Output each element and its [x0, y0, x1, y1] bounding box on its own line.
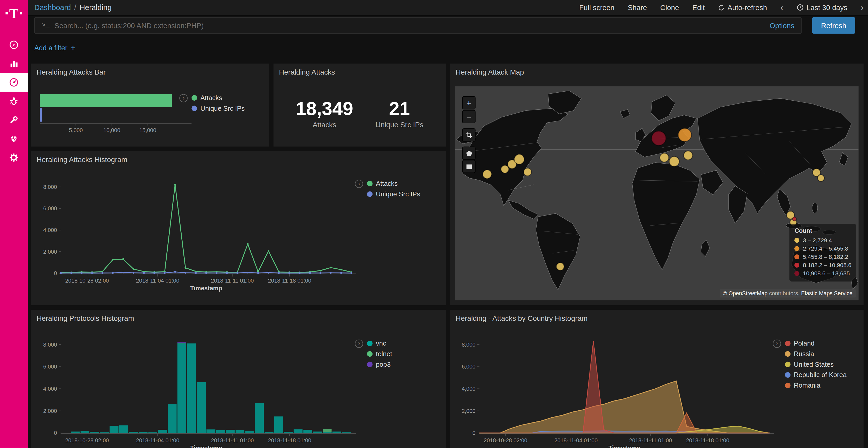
sidebar-item-visualize[interactable] — [0, 54, 28, 73]
edit-button[interactable]: Edit — [692, 3, 705, 12]
sidebar-item-timelion[interactable] — [0, 92, 28, 111]
legend-item[interactable]: Romania — [785, 382, 847, 389]
svg-text:2018-11-11 01:00: 2018-11-11 01:00 — [211, 438, 254, 444]
osm-attribution-link[interactable]: © OpenStreetMap — [723, 290, 768, 297]
metric-label: Attacks — [296, 121, 353, 129]
svg-text:2,000: 2,000 — [43, 408, 57, 414]
clone-button[interactable]: Clone — [660, 3, 679, 12]
map-legend-label: 8,182.2 – 10,908.6 — [803, 261, 851, 269]
svg-text:2018-11-04 01:00: 2018-11-04 01:00 — [136, 278, 180, 284]
legend-color-dot — [785, 361, 790, 367]
legend-color-dot — [785, 341, 790, 346]
svg-text:0: 0 — [54, 430, 57, 436]
topnav-actions: Full screen Share Clone Edit Auto-refres… — [579, 3, 868, 12]
sidebar-item-discover[interactable] — [0, 35, 28, 54]
zoom-out-button[interactable]: − — [462, 110, 475, 123]
fit-data-bounds-button[interactable] — [462, 128, 475, 141]
legend-item[interactable]: Unique Src IPs — [367, 190, 420, 198]
metric-row: 18,349 Attacks 21 Unique Src IPs — [274, 98, 445, 129]
svg-text:2018-11-18 01:00: 2018-11-18 01:00 — [686, 438, 730, 444]
time-back-chevron-icon[interactable]: ‹ — [780, 3, 783, 12]
svg-text:2018-10-28 02:00: 2018-10-28 02:00 — [65, 278, 109, 284]
world-map[interactable]: + − Count — [455, 86, 859, 300]
map-legend-item: 3 – 2,729.4 — [795, 236, 851, 244]
draw-rectangle-button[interactable] — [462, 160, 475, 173]
legend-item[interactable]: Poland — [785, 340, 847, 347]
legend-item[interactable]: Attacks — [367, 180, 420, 187]
legend-color-dot — [785, 372, 790, 378]
svg-text:Timestamp: Timestamp — [190, 285, 222, 291]
panel-heralding-attacks-bar: Heralding Attacks Bar 5,00010,00015,000 … — [31, 64, 269, 146]
rectangle-icon — [465, 163, 472, 170]
bug-icon — [9, 96, 19, 106]
top-navbar: Dashboard / Heralding Full screen Share … — [28, 0, 868, 15]
time-forward-chevron-icon[interactable]: › — [861, 3, 863, 12]
legend-item[interactable]: Attacks — [191, 94, 245, 102]
legend-item[interactable]: Republic of Korea — [785, 371, 847, 379]
legend-toggle-icon[interactable]: › — [355, 340, 363, 348]
map-legend-color-dot — [795, 263, 800, 268]
search-input[interactable] — [55, 22, 764, 30]
auto-refresh-button[interactable]: Auto-refresh — [718, 3, 767, 12]
legend-label: Unique Src IPs — [376, 190, 420, 198]
panel-heralding-attack-map: Heralding Attack Map — [450, 64, 864, 305]
legend-color-dot — [367, 361, 373, 367]
panel-heralding-protocols-histogram: Heralding Protocols Histogram 02,0004,00… — [31, 310, 445, 448]
sidebar-nav — [0, 35, 28, 167]
map-count-legend: Count 3 – 2,729.42,729.4 – 5,455.85,455.… — [790, 224, 857, 281]
time-range-label: Last 30 days — [807, 3, 847, 12]
filter-bar: Add a filter + — [34, 44, 75, 52]
time-range-picker[interactable]: Last 30 days — [797, 3, 847, 12]
main-area: Dashboard / Heralding Full screen Share … — [28, 0, 868, 448]
panel-heralding-attacks-histogram: Heralding Attacks Histogram 02,0004,0006… — [31, 151, 445, 305]
map-legend-label: 10,908.6 – 13,635 — [803, 269, 850, 278]
map-attribution: © OpenStreetMap contributors, Elastic Ma… — [719, 289, 856, 298]
chart-legend: ›PolandRussiaUnited StatesRepublic of Ko… — [773, 340, 846, 389]
sidebar-item-monitoring[interactable] — [0, 129, 28, 148]
sidebar-item-dev-tools[interactable] — [0, 111, 28, 130]
terminal-prompt-icon: >_ — [41, 22, 50, 29]
svg-text:6,000: 6,000 — [43, 364, 57, 370]
breadcrumb-current: Heralding — [80, 3, 112, 12]
svg-text:Timestamp: Timestamp — [190, 445, 222, 448]
svg-text:6,000: 6,000 — [43, 205, 57, 212]
legend-toggle-icon[interactable]: › — [179, 94, 188, 102]
legend-label: Russia — [794, 350, 814, 358]
legend-item[interactable]: United States — [785, 360, 847, 368]
zoom-in-button[interactable]: + — [462, 96, 475, 109]
legend-item[interactable]: vnc — [367, 340, 392, 347]
share-button[interactable]: Share — [628, 3, 647, 12]
metric-label: Unique Src IPs — [375, 121, 424, 129]
legend-label: Attacks — [200, 94, 222, 102]
plus-icon[interactable]: + — [71, 44, 75, 52]
query-options-link[interactable]: Options — [770, 22, 795, 30]
heartbeat-icon — [9, 134, 19, 144]
chart-legend: ›vnctelnetpop3 — [355, 340, 392, 368]
sidebar-item-management[interactable] — [0, 148, 28, 167]
svg-text:2018-11-04 01:00: 2018-11-04 01:00 — [136, 438, 180, 444]
legend-item[interactable]: Unique Src IPs — [191, 105, 245, 112]
breadcrumb-dashboard-link[interactable]: Dashboard — [34, 3, 71, 12]
sidebar-item-dashboard[interactable] — [0, 73, 28, 92]
t-mobile-logo[interactable]: T — [0, 0, 28, 27]
ems-attribution-link[interactable]: Elastic Maps Service — [801, 290, 852, 297]
map-legend-color-dot — [795, 238, 800, 243]
global-nav-sidebar: T — [0, 0, 28, 448]
svg-text:8,000: 8,000 — [43, 342, 57, 348]
legend-item[interactable]: pop3 — [367, 360, 392, 368]
full-screen-button[interactable]: Full screen — [579, 3, 614, 12]
legend-item[interactable]: telnet — [367, 350, 392, 358]
svg-text:4,000: 4,000 — [462, 386, 475, 392]
add-filter-link[interactable]: Add a filter — [34, 44, 67, 52]
refresh-icon — [718, 4, 724, 11]
breadcrumb: Dashboard / Heralding — [34, 3, 112, 12]
legend-toggle-icon[interactable]: › — [773, 340, 781, 348]
svg-text:Timestamp: Timestamp — [609, 445, 641, 448]
draw-polygon-button[interactable] — [462, 146, 475, 160]
legend-item[interactable]: Russia — [785, 350, 847, 358]
refresh-button[interactable]: Refresh — [812, 17, 855, 34]
legend-color-dot — [367, 191, 373, 197]
breadcrumb-separator: / — [74, 3, 76, 12]
legend-toggle-icon[interactable]: › — [355, 180, 363, 188]
legend-label: telnet — [376, 350, 392, 358]
